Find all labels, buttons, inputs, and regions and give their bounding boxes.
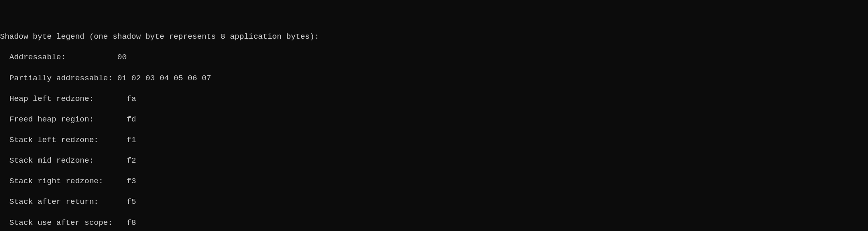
legend-row-value: f3 — [127, 176, 136, 187]
legend-row-addressable: Addressable: 00 — [0, 52, 868, 63]
legend-row-value: fd — [127, 114, 136, 125]
legend-row-stack-right-redzone: Stack right redzone: f3 — [0, 176, 868, 187]
legend-row-label: Partially addressable: — [9, 73, 117, 84]
legend-header: Shadow byte legend (one shadow byte repr… — [0, 32, 868, 42]
legend-row-stack-after-return: Stack after return: f5 — [0, 197, 868, 207]
legend-row-label: Freed heap region: — [9, 114, 127, 125]
legend-row-label: Stack mid redzone: — [9, 156, 127, 166]
legend-row-value: f2 — [127, 156, 136, 166]
legend-row-value: f8 — [127, 218, 136, 228]
legend-row-value: f1 — [127, 135, 136, 145]
legend-row-label: Heap left redzone: — [9, 94, 127, 104]
legend-row-label: Stack after return: — [9, 197, 127, 207]
legend-row-stack-use-after-scope: Stack use after scope: f8 — [0, 218, 868, 228]
legend-row-freed-heap-region: Freed heap region: fd — [0, 114, 868, 125]
legend-row-stack-mid-redzone: Stack mid redzone: f2 — [0, 156, 868, 166]
legend-row-heap-left-redzone: Heap left redzone: fa — [0, 94, 868, 104]
legend-row-value: 00 — [117, 52, 127, 63]
legend-row-label: Stack right redzone: — [9, 176, 127, 187]
legend-row-label: Stack use after scope: — [9, 218, 127, 228]
legend-row-value: 01 02 03 04 05 06 07 — [117, 73, 211, 84]
legend-row-value: f5 — [127, 197, 136, 207]
legend-row-value: fa — [127, 94, 136, 104]
legend-row-partially-addressable: Partially addressable: 01 02 03 04 05 06… — [0, 73, 868, 84]
legend-row-stack-left-redzone: Stack left redzone: f1 — [0, 135, 868, 145]
legend-row-label: Addressable: — [9, 52, 117, 63]
legend-row-label: Stack left redzone: — [9, 135, 127, 145]
